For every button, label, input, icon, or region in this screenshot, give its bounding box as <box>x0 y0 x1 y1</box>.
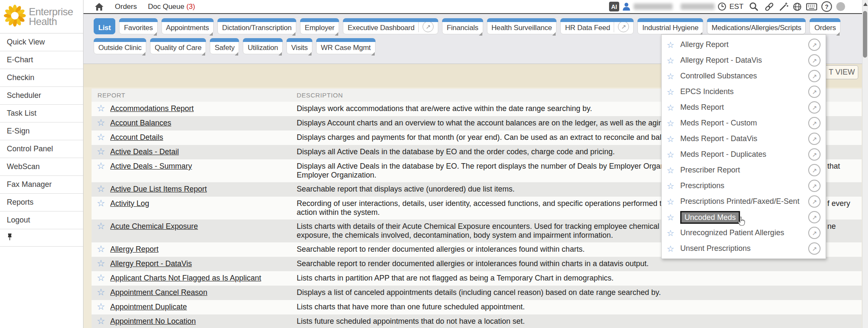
report-link[interactable]: Activity Log <box>110 199 149 208</box>
open-in-new-icon[interactable]: ↗ <box>808 101 821 114</box>
favorite-star-icon[interactable]: ☆ <box>667 181 680 191</box>
tab[interactable]: Employer <box>300 18 339 34</box>
menu-item[interactable]: ☆ Meds Report ↗ <box>662 100 826 115</box>
favorite-star-icon[interactable]: ☆ <box>667 40 680 50</box>
sidebar-item[interactable]: Logout <box>0 211 83 229</box>
clock-icon[interactable] <box>718 2 726 11</box>
scroll-up-arrow[interactable] <box>863 3 868 6</box>
report-link[interactable]: Accommodations Report <box>110 104 194 113</box>
open-in-new-icon[interactable]: ↗ <box>808 70 821 82</box>
report-link[interactable]: Appointment Duplicate <box>110 303 187 311</box>
favorite-star-icon[interactable]: ☆ <box>92 116 110 131</box>
favorite-star-icon[interactable]: ☆ <box>92 145 110 159</box>
tab[interactable]: Safety <box>210 38 239 54</box>
sidebar-item[interactable]: Control Panel <box>0 140 83 158</box>
sidebar-item[interactable]: E-Chart <box>0 51 83 69</box>
sidebar-item[interactable]: Fax Manager <box>0 176 83 194</box>
menu-item[interactable]: ☆ Uncoded Meds ↗ <box>662 209 826 225</box>
sidebar-item[interactable]: Quick View <box>0 33 83 51</box>
menu-item[interactable]: ☆ EPCS Incidents ↗ <box>662 84 826 100</box>
menu-item[interactable]: ☆ Controlled Substances ↗ <box>662 68 826 84</box>
tab[interactable]: Health Surveillance <box>487 18 557 34</box>
menu-item[interactable]: ☆ Unsent Prescriptions ↗ <box>662 241 826 256</box>
report-link[interactable]: Applicant Charts Not Flagged as Is Appli… <box>110 274 261 282</box>
favorite-star-icon[interactable]: ☆ <box>92 314 110 328</box>
favorite-star-icon[interactable]: ☆ <box>92 182 110 197</box>
tab[interactable]: HR Data Feed ↗ <box>560 18 634 34</box>
favorite-star-icon[interactable]: ☆ <box>92 286 110 300</box>
scrollbar-thumb[interactable] <box>863 11 867 58</box>
open-in-new-icon[interactable]: ↗ <box>808 148 821 161</box>
favorite-star-icon[interactable]: ☆ <box>667 244 680 254</box>
menu-item[interactable]: ☆ Meds Report - DataVis ↗ <box>662 131 826 147</box>
favorite-star-icon[interactable]: ☆ <box>667 56 680 66</box>
open-in-new-icon[interactable]: ↗ <box>808 211 821 223</box>
report-link[interactable]: Allergy Report <box>110 245 159 253</box>
tab[interactable]: Visits <box>287 38 312 54</box>
favorite-star-icon[interactable]: ☆ <box>667 165 680 175</box>
help-icon[interactable]: ? <box>821 1 832 12</box>
tab[interactable]: Outside Clinic <box>94 38 146 54</box>
report-link[interactable]: Appointment Cancel Reason <box>110 288 207 297</box>
tab[interactable]: Quality of Care <box>150 38 206 54</box>
menu-item[interactable]: ☆ Allergy Report - DataVis ↗ <box>662 53 826 68</box>
open-in-new-icon[interactable]: ↗ <box>614 21 629 32</box>
open-in-new-icon[interactable]: ↗ <box>808 227 821 239</box>
report-link[interactable]: Account Details <box>110 133 163 142</box>
menu-item[interactable]: ☆ Meds Report - Custom ↗ <box>662 115 826 131</box>
home-icon[interactable] <box>95 2 104 11</box>
open-in-new-icon[interactable]: ↗ <box>808 164 821 176</box>
favorite-star-icon[interactable]: ☆ <box>92 220 110 242</box>
menu-item[interactable]: ☆ Unrecognized Patient Allergies ↗ <box>662 225 826 241</box>
favorite-star-icon[interactable]: ☆ <box>92 242 110 257</box>
tab[interactable]: Industrial Hygiene <box>637 18 703 34</box>
open-in-new-icon[interactable]: ↗ <box>808 54 821 67</box>
tab[interactable]: List <box>94 18 115 34</box>
favorite-star-icon[interactable]: ☆ <box>92 102 110 116</box>
tab[interactable]: Favorites <box>119 18 157 34</box>
sidebar-item[interactable]: WebScan <box>0 158 83 176</box>
menu-item[interactable]: ☆ Prescriptions Printed/Faxed/E-Sent ↗ <box>662 194 826 209</box>
menu-item[interactable]: ☆ Meds Report - Duplicates ↗ <box>662 147 826 162</box>
open-in-new-icon[interactable]: ↗ <box>808 242 821 255</box>
favorite-star-icon[interactable]: ☆ <box>667 134 680 144</box>
user-icon[interactable] <box>622 2 631 11</box>
sidebar-pin[interactable] <box>0 229 83 247</box>
report-link[interactable]: Acute Chemical Exposure <box>110 222 198 231</box>
favorite-star-icon[interactable]: ☆ <box>667 71 680 81</box>
open-in-new-icon[interactable]: ↗ <box>808 39 821 51</box>
sidebar-item[interactable]: Task List <box>0 105 83 122</box>
report-link[interactable]: Allergy Report - DataVis <box>110 259 192 268</box>
magic-wand-icon[interactable] <box>779 2 789 11</box>
open-in-new-icon[interactable]: ↗ <box>808 133 821 145</box>
open-in-new-icon[interactable]: ↗ <box>418 21 434 32</box>
report-link[interactable]: Active Deals - Summary <box>110 162 192 170</box>
sidebar-item[interactable]: Checkin <box>0 69 83 87</box>
favorite-star-icon[interactable]: ☆ <box>667 118 680 128</box>
favorite-star-icon[interactable]: ☆ <box>667 197 680 207</box>
favorite-star-icon[interactable]: ☆ <box>92 131 110 145</box>
tab[interactable]: Medications/Allergies/Scripts <box>707 18 806 34</box>
report-link[interactable]: Active Due List Items Report <box>110 185 207 193</box>
tab[interactable]: Financials <box>442 18 483 34</box>
topbar-doc-queue-link[interactable]: Doc Queue (3) <box>148 3 195 11</box>
tab[interactable]: Dictation/Transcription <box>217 18 296 34</box>
favorite-star-icon[interactable]: ☆ <box>667 228 680 238</box>
sidebar-item[interactable]: E-Sign <box>0 122 83 140</box>
menu-item[interactable]: ☆ Prescriptions ↗ <box>662 178 826 194</box>
keyboard-icon[interactable] <box>806 3 817 11</box>
favorite-star-icon[interactable]: ☆ <box>667 103 680 113</box>
tab[interactable]: Utilization <box>243 38 283 54</box>
favorite-star-icon[interactable]: ☆ <box>667 87 680 97</box>
ai-badge[interactable]: AI <box>609 2 619 11</box>
favorite-star-icon[interactable]: ☆ <box>92 197 110 220</box>
report-link[interactable]: Account Balances <box>110 119 171 127</box>
sidebar-item[interactable]: Scheduler <box>0 87 83 105</box>
menu-item[interactable]: ☆ Prescriber Report ↗ <box>662 162 826 178</box>
tab[interactable]: Orders <box>810 18 840 34</box>
favorite-star-icon[interactable]: ☆ <box>667 212 680 222</box>
tab[interactable]: Appointments <box>161 18 214 34</box>
favorite-star-icon[interactable]: ☆ <box>667 150 680 160</box>
menu-item[interactable]: ☆ Allergy Report ↗ <box>662 37 826 53</box>
report-link[interactable]: Appointment No Location <box>110 317 196 325</box>
